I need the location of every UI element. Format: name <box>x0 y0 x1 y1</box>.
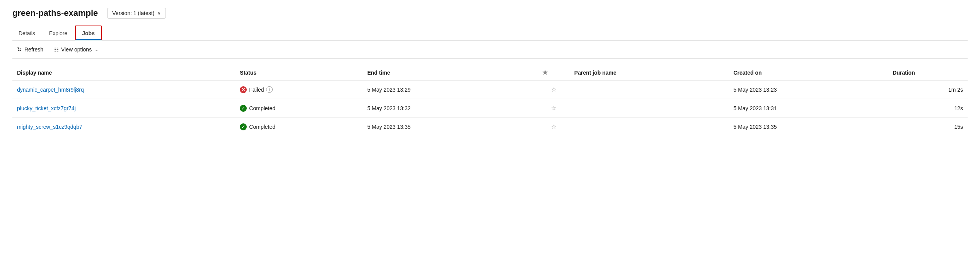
version-dropdown[interactable]: Version: 1 (latest) ∨ <box>107 8 166 19</box>
job-star-2: ☆ <box>538 99 569 118</box>
refresh-button[interactable]: ↻ Refresh <box>12 44 48 55</box>
job-created-2: 5 May 2023 13:31 <box>729 99 888 118</box>
tabs-row: Details Explore Jobs <box>12 26 968 41</box>
table-row: mighty_screw_s1cz9qdqb7 ✓ Completed 5 Ma… <box>12 118 968 136</box>
completed-status-icon-2: ✓ <box>240 105 247 112</box>
col-header-created-on: Created on <box>729 65 888 80</box>
col-header-end-time: End time <box>363 65 538 80</box>
job-status-2: ✓ Completed <box>235 99 362 118</box>
job-parent-1 <box>570 80 729 99</box>
table-row: plucky_ticket_xcfz7gr74j ✓ Completed 5 M… <box>12 99 968 118</box>
failed-status-icon: ✕ <box>240 86 247 93</box>
job-created-1: 5 May 2023 13:23 <box>729 80 888 99</box>
col-header-parent-job: Parent job name <box>570 65 729 80</box>
tab-jobs[interactable]: Jobs <box>75 26 102 40</box>
view-options-icon: ☷ <box>54 47 59 53</box>
job-display-name-1: dynamic_carpet_hm8r9lj8rq <box>12 80 235 99</box>
chevron-down-icon: ⌄ <box>95 47 98 52</box>
chevron-down-icon: ∨ <box>157 10 161 16</box>
tab-explore[interactable]: Explore <box>43 26 73 40</box>
job-status-1: ✕ Failed i <box>235 80 362 99</box>
completed-status-icon-3: ✓ <box>240 123 247 130</box>
table-header-row: Display name Status End time ★ Parent jo… <box>12 65 968 80</box>
view-options-button[interactable]: ☷ View options ⌄ <box>50 44 103 55</box>
star-empty-icon-2[interactable]: ☆ <box>551 105 557 111</box>
status-label-3: Completed <box>249 124 275 130</box>
table-row: dynamic_carpet_hm8r9lj8rq ✕ Failed i 5 M… <box>12 80 968 99</box>
job-star-3: ☆ <box>538 118 569 136</box>
job-duration-1: 1m 2s <box>888 80 968 99</box>
refresh-icon: ↻ <box>17 46 22 53</box>
job-parent-3 <box>570 118 729 136</box>
tab-active-underline <box>76 39 101 40</box>
job-link-3[interactable]: mighty_screw_s1cz9qdqb7 <box>17 124 82 130</box>
job-end-time-1: 5 May 2023 13:29 <box>363 80 538 99</box>
jobs-table: Display name Status End time ★ Parent jo… <box>12 65 968 136</box>
job-end-time-2: 5 May 2023 13:32 <box>363 99 538 118</box>
job-end-time-3: 5 May 2023 13:35 <box>363 118 538 136</box>
job-link-1[interactable]: dynamic_carpet_hm8r9lj8rq <box>17 87 84 93</box>
job-display-name-2: plucky_ticket_xcfz7gr74j <box>12 99 235 118</box>
star-empty-icon-1[interactable]: ☆ <box>551 86 557 93</box>
star-empty-icon-3[interactable]: ☆ <box>551 123 557 130</box>
tab-details[interactable]: Details <box>12 26 41 40</box>
star-icon: ★ <box>542 69 548 76</box>
info-icon-1[interactable]: i <box>266 86 273 93</box>
col-header-display-name: Display name <box>12 65 235 80</box>
view-options-label: View options <box>61 46 92 53</box>
job-display-name-3: mighty_screw_s1cz9qdqb7 <box>12 118 235 136</box>
col-header-status: Status <box>235 65 362 80</box>
job-star-1: ☆ <box>538 80 569 99</box>
jobs-table-container: Display name Status End time ★ Parent jo… <box>12 65 968 136</box>
status-label-2: Completed <box>249 105 275 111</box>
col-header-star: ★ <box>538 65 569 80</box>
job-duration-2: 12s <box>888 99 968 118</box>
job-created-3: 5 May 2023 13:35 <box>729 118 888 136</box>
col-header-duration: Duration <box>888 65 968 80</box>
status-label-1: Failed <box>249 87 264 93</box>
job-status-3: ✓ Completed <box>235 118 362 136</box>
page-title: green-paths-example <box>12 8 98 18</box>
job-parent-2 <box>570 99 729 118</box>
job-duration-3: 15s <box>888 118 968 136</box>
refresh-label: Refresh <box>24 46 43 53</box>
version-label: Version: 1 (latest) <box>112 10 154 16</box>
job-link-2[interactable]: plucky_ticket_xcfz7gr74j <box>17 105 76 111</box>
toolbar: ↻ Refresh ☷ View options ⌄ <box>12 41 968 59</box>
